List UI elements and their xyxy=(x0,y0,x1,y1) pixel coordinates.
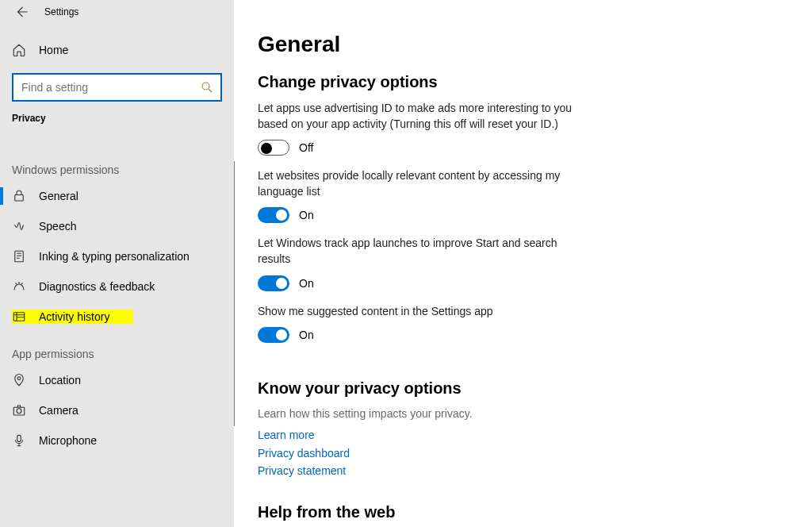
search-field[interactable] xyxy=(20,80,200,94)
activity-highlight: Activity history xyxy=(12,310,133,324)
titlebar-left: Settings xyxy=(0,5,79,19)
opt2-state: On xyxy=(299,209,314,221)
opt1-state: Off xyxy=(299,141,313,154)
svg-rect-3 xyxy=(15,251,24,262)
nav-location[interactable]: Location xyxy=(0,365,234,395)
inking-icon xyxy=(12,249,26,264)
svg-rect-2 xyxy=(15,195,24,202)
opt3-toggle-row: On xyxy=(258,275,788,291)
link-privacy-dashboard[interactable]: Privacy dashboard xyxy=(258,444,350,462)
svg-point-7 xyxy=(17,409,21,414)
nav-activity-label: Activity history xyxy=(39,310,109,323)
nav-inking[interactable]: Inking & typing personalization xyxy=(0,241,234,271)
section-know-options: Know your privacy options xyxy=(258,379,788,398)
nav-microphone[interactable]: Microphone xyxy=(0,425,234,456)
link-learn-more[interactable]: Learn more xyxy=(258,426,315,444)
section2-sub: Learn how this setting impacts your priv… xyxy=(258,407,788,420)
link-privacy-statement[interactable]: Privacy statement xyxy=(258,462,346,479)
lock-icon xyxy=(12,189,26,203)
group-app-permissions: App permissions xyxy=(0,332,234,365)
scroll-indicator xyxy=(234,161,235,426)
opt2-desc: Let websites provide locally relevant co… xyxy=(258,168,591,199)
svg-rect-8 xyxy=(17,435,21,441)
nav-diagnostics[interactable]: Diagnostics & feedback xyxy=(0,271,234,302)
nav-speech[interactable]: Speech xyxy=(0,211,234,241)
group-windows-permissions: Windows permissions xyxy=(0,148,234,181)
toggle-advertising-id[interactable] xyxy=(258,140,289,156)
camera-icon xyxy=(12,403,26,417)
nav-home-label: Home xyxy=(39,44,68,56)
opt4-state: On xyxy=(299,329,314,341)
search-container xyxy=(12,73,222,102)
back-icon[interactable] xyxy=(14,5,29,19)
settings-window: Settings Home xyxy=(0,0,812,527)
opt1-toggle-row: Off xyxy=(258,140,788,156)
window-title: Settings xyxy=(44,6,79,17)
opt1-desc: Let apps use advertising ID to make ads … xyxy=(258,101,591,132)
svg-point-5 xyxy=(17,377,21,380)
microphone-icon xyxy=(12,433,26,448)
nav-home[interactable]: Home xyxy=(0,37,234,63)
nav-microphone-label: Microphone xyxy=(39,434,97,447)
location-icon xyxy=(12,373,26,387)
sidebar: Home Privacy Windows permissions General… xyxy=(0,0,234,527)
speech-icon xyxy=(12,219,26,233)
search-icon xyxy=(200,80,214,94)
svg-point-1 xyxy=(202,83,209,90)
toggle-language-list[interactable] xyxy=(258,207,289,223)
nav-general[interactable]: General xyxy=(0,181,234,211)
section-help-web: Help from the web xyxy=(258,503,788,521)
nav-diagnostics-label: Diagnostics & feedback xyxy=(39,280,155,293)
search-input[interactable] xyxy=(12,73,222,102)
diagnostics-icon xyxy=(12,279,26,294)
opt3-desc: Let Windows track app launches to improv… xyxy=(258,236,591,267)
opt2-toggle-row: On xyxy=(258,207,788,223)
opt4-toggle-row: On xyxy=(258,327,788,343)
nav-activity-history[interactable]: Activity history xyxy=(0,302,234,332)
nav-camera[interactable]: Camera xyxy=(0,395,234,425)
content-pane: General Change privacy options Let apps … xyxy=(234,0,812,527)
page-title: General xyxy=(258,32,788,57)
section-title-privacy: Privacy xyxy=(0,113,234,124)
activity-icon xyxy=(12,310,26,324)
section-change-privacy: Change privacy options xyxy=(258,73,788,91)
nav-location-label: Location xyxy=(39,374,81,387)
opt3-state: On xyxy=(299,277,314,290)
svg-rect-4 xyxy=(13,313,25,321)
toggle-app-launches[interactable] xyxy=(258,275,289,291)
nav-camera-label: Camera xyxy=(39,404,79,417)
opt4-desc: Show me suggested content in the Setting… xyxy=(258,304,591,320)
home-icon xyxy=(12,43,26,57)
nav-inking-label: Inking & typing personalization xyxy=(39,250,190,263)
nav-general-label: General xyxy=(39,190,79,202)
toggle-suggested-content[interactable] xyxy=(258,327,289,343)
nav-speech-label: Speech xyxy=(39,220,76,233)
